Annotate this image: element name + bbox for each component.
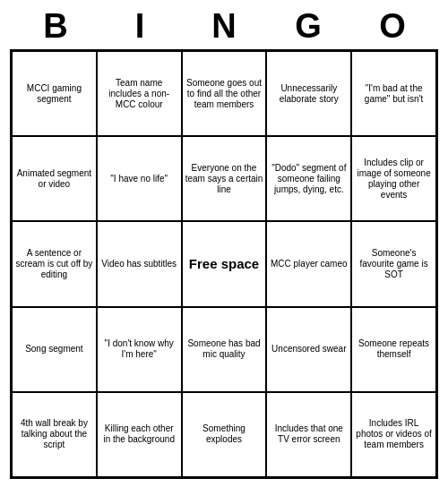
bingo-cell-22[interactable]: Something explodes (182, 392, 267, 477)
bingo-cell-14[interactable]: Someone's favourite game is SOT (351, 221, 436, 306)
bingo-grid: MCCI gaming segmentTeam name includes a … (10, 49, 438, 479)
title-g: G (287, 7, 330, 46)
bingo-cell-24[interactable]: Includes IRL photos or videos of team me… (351, 392, 436, 477)
bingo-cell-13[interactable]: MCC player cameo (266, 221, 351, 306)
bingo-cell-18[interactable]: Uncensored swear (266, 307, 351, 392)
bingo-cell-19[interactable]: Someone repeats themself (351, 307, 436, 392)
bingo-cell-8[interactable]: "Dodo" segment of someone failing jumps,… (266, 136, 351, 221)
bingo-cell-10[interactable]: A sentence or scream is cut off by editi… (12, 221, 97, 306)
bingo-cell-9[interactable]: Includes clip or image of someone playin… (351, 136, 436, 221)
bingo-cell-11[interactable]: Video has subtitles (97, 221, 182, 306)
bingo-cell-15[interactable]: Song segment (12, 307, 97, 392)
bingo-cell-16[interactable]: "I don't know why I'm here" (97, 307, 182, 392)
title-b: B (34, 7, 77, 46)
title-o: O (371, 7, 414, 46)
bingo-cell-3[interactable]: Unnecessarily elaborate story (266, 51, 351, 136)
bingo-cell-21[interactable]: Killing each other in the background (97, 392, 182, 477)
bingo-cell-5[interactable]: Animated segment or video (12, 136, 97, 221)
title-n: N (202, 7, 246, 46)
bingo-cell-0[interactable]: MCCI gaming segment (12, 51, 97, 136)
bingo-cell-7[interactable]: Everyone on the team says a certain line (182, 136, 267, 221)
bingo-cell-12[interactable]: Free space (182, 221, 267, 306)
title-i: I (118, 7, 161, 46)
bingo-cell-4[interactable]: "I'm bad at the game" but isn't (351, 51, 436, 136)
bingo-cell-2[interactable]: Someone goes out to find all the other t… (182, 51, 267, 136)
bingo-cell-17[interactable]: Someone has bad mic quality (182, 307, 267, 392)
bingo-cell-1[interactable]: Team name includes a non-MCC colour (97, 51, 182, 136)
bingo-title: B I N G O (13, 0, 435, 49)
bingo-cell-20[interactable]: 4th wall break by talking about the scri… (12, 392, 97, 477)
bingo-cell-6[interactable]: "I have no life" (97, 136, 182, 221)
bingo-cell-23[interactable]: Includes that one TV error screen (266, 392, 351, 477)
